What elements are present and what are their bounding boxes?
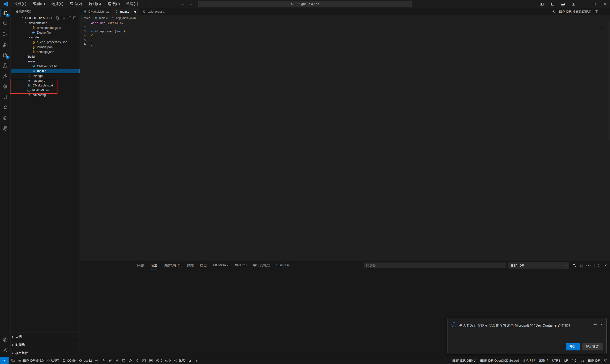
menu-go[interactable]: 转到(G): [86, 1, 104, 7]
new-file-icon[interactable]: [56, 16, 60, 20]
serial-port[interactable]: COM6: [63, 359, 76, 362]
customize-layout-button[interactable]: [537, 0, 547, 8]
activity-espressif[interactable]: [0, 102, 11, 113]
tree-item-build-folder[interactable]: › build: [11, 54, 79, 59]
account-button[interactable]: [0, 335, 11, 345]
show-recommendations-button[interactable]: 显示建议: [582, 343, 603, 351]
maximize-panel-icon[interactable]: [598, 264, 601, 267]
copilot-button[interactable]: [581, 359, 584, 363]
activity-run-debug[interactable]: [0, 39, 11, 50]
cursor-position[interactable]: 行 6, 列 2: [522, 359, 535, 363]
modified-dot-icon[interactable]: [134, 11, 136, 13]
tree-item-clangd[interactable]: ≡ .clangd: [11, 73, 79, 78]
nav-forward-icon[interactable]: →: [189, 2, 193, 6]
editor-more-icon[interactable]: ···: [602, 10, 606, 13]
tab-main-c[interactable]: C main.c: [112, 8, 139, 15]
idf-terminal-button[interactable]: [142, 359, 146, 362]
clear-output-icon[interactable]: [572, 263, 576, 268]
activity-cmake[interactable]: [0, 71, 11, 81]
tree-root-folder[interactable]: › 1.LIGHT UP A LED: [11, 15, 79, 21]
build-button[interactable]: [109, 359, 112, 362]
output-channel-dropdown[interactable]: ESP-IDF ›: [508, 262, 569, 269]
panel-tab-problems[interactable]: 问题: [137, 262, 144, 269]
activity-esp-idf[interactable]: [0, 81, 11, 92]
install-button[interactable]: 安装: [566, 343, 580, 351]
notification-close-icon[interactable]: ×: [600, 322, 603, 329]
open-folder-button[interactable]: [11, 359, 15, 363]
menu-terminal[interactable]: 终端(T): [124, 1, 141, 7]
debug-task-button[interactable]: [188, 359, 192, 362]
build-task-button[interactable]: 生成: [174, 359, 185, 363]
section-timeline[interactable]: › 时间线: [11, 341, 79, 349]
collapse-all-icon[interactable]: [73, 16, 77, 20]
panel-tab-output[interactable]: 输出: [150, 262, 157, 269]
tree-item-main-c[interactable]: C main.c: [11, 69, 79, 73]
activity-search[interactable]: [0, 18, 11, 29]
breadcrumb-file[interactable]: main.c: [99, 16, 107, 20]
qemu-status[interactable]: [ESP-IDF: QEMU]: [453, 359, 477, 362]
build-flash-monitor-button[interactable]: [136, 359, 139, 362]
settings-button[interactable]: [0, 345, 11, 355]
activity-platformio[interactable]: [0, 113, 11, 123]
toggle-panel-button[interactable]: [558, 0, 568, 8]
breadcrumb-main[interactable]: main: [84, 16, 90, 20]
refresh-icon[interactable]: [67, 16, 71, 20]
panel-tab-xrtos[interactable]: XRTOS: [235, 262, 247, 269]
nav-back-icon[interactable]: ←: [181, 2, 185, 6]
section-project-components[interactable]: › 项目组件: [11, 349, 79, 357]
problems-indicator[interactable]: 0 0: [156, 359, 171, 362]
indentation[interactable]: 空格: 4: [539, 359, 548, 363]
tree-item-main-folder[interactable]: › main: [11, 59, 79, 64]
tab-gpio-types[interactable]: C gpio_types.h: [139, 8, 169, 15]
activity-python[interactable]: [0, 123, 11, 134]
panel-tab-terminal[interactable]: 终端: [187, 262, 194, 269]
language-mode[interactable]: {} C: [572, 359, 577, 362]
minimize-button[interactable]: [579, 0, 589, 8]
run-task-button[interactable]: ▷: [195, 359, 197, 362]
restore-button[interactable]: [589, 0, 599, 8]
minimap[interactable]: [600, 28, 607, 30]
panel-tab-ports[interactable]: 端口: [200, 262, 207, 269]
activity-extensions[interactable]: 1: [0, 50, 11, 60]
toggle-secondary-sidebar-button[interactable]: [568, 0, 579, 8]
flash-method[interactable]: ☆ UART: [47, 359, 59, 362]
panel-more-icon[interactable]: ···: [586, 263, 591, 268]
notification-settings-icon[interactable]: [593, 322, 597, 326]
flash-button[interactable]: [116, 359, 119, 362]
editor-scrollbar[interactable]: [608, 21, 610, 140]
breadcrumb-symbol[interactable]: app_main(void): [116, 16, 136, 20]
close-window-button[interactable]: ×: [599, 0, 610, 8]
output-filter-input[interactable]: 筛选器: [364, 262, 506, 268]
section-outline[interactable]: › 大纲: [11, 333, 79, 341]
menu-view[interactable]: 查看(V): [67, 1, 85, 7]
tree-item-dockerfile[interactable]: Dockerfile: [11, 30, 79, 35]
activity-bookmarks[interactable]: [0, 92, 11, 102]
monitor-button[interactable]: [122, 359, 126, 362]
tree-item-devcontainer-json[interactable]: {} devcontainer.json: [11, 25, 79, 30]
remote-indicator[interactable]: ><: [0, 357, 9, 364]
current-line[interactable]: 6}: [80, 42, 610, 46]
execute-command-button[interactable]: [149, 359, 153, 362]
panel-tab-memory[interactable]: MEMORY: [213, 262, 229, 269]
close-panel-icon[interactable]: ×: [605, 263, 607, 268]
idf-version[interactable]: ESP-IDF v5.5.0: [18, 359, 44, 362]
activity-source-control[interactable]: [0, 29, 11, 39]
menu-edit[interactable]: 编辑(E): [30, 1, 47, 7]
tree-item-c-cpp-properties[interactable]: {} c_cpp_properties.json: [11, 40, 79, 45]
command-center-search[interactable]: 1.Light up a Led: [198, 1, 412, 7]
notifications-bell[interactable]: [604, 359, 607, 362]
explorer-more-icon[interactable]: ···: [72, 10, 76, 13]
lock-icon[interactable]: [580, 263, 583, 267]
menuconfig-button[interactable]: [95, 359, 99, 362]
activity-testing[interactable]: [0, 60, 11, 71]
menu-run[interactable]: 运行(R): [105, 1, 122, 7]
install-download-icon[interactable]: [551, 10, 555, 13]
menu-file[interactable]: 文件(F): [12, 1, 29, 7]
menu-overflow-icon[interactable]: ···: [142, 1, 151, 7]
tree-item-vscode-folder[interactable]: › .vscode: [11, 35, 79, 40]
panel-tab-debug-console[interactable]: 调试控制台: [163, 262, 181, 269]
tab-cmakelists[interactable]: M CMakeLists.txt: [80, 8, 112, 15]
device-target[interactable]: esp32: [79, 359, 92, 362]
encoding[interactable]: UTF-8: [552, 359, 560, 362]
tree-item-devcontainer-folder[interactable]: › .devcontainer: [11, 21, 79, 25]
